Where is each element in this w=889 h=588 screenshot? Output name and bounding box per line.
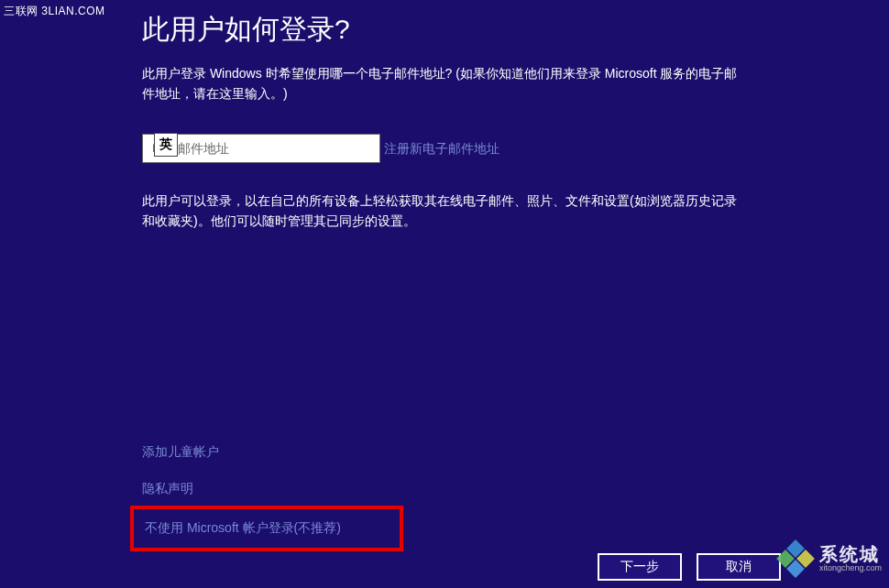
register-email-link[interactable]: 注册新电子邮件地址 [384, 141, 499, 158]
watermark-sub-text: xitongcheng.com [819, 564, 882, 573]
watermark-bottomright: 系统城 xitongcheng.com [777, 540, 882, 577]
no-microsoft-account-link[interactable]: 不使用 Microsoft 帐户登录(不推荐) [145, 520, 341, 537]
ime-indicator[interactable]: 英 [154, 133, 178, 157]
watermark-logo-icon [777, 540, 814, 577]
description-text: 此用户登录 Windows 时希望使用哪一个电子邮件地址? (如果你知道他们用来… [142, 63, 747, 104]
watermark-topleft: 三联网 3LIAN.COM [4, 4, 105, 19]
main-content: 此用户如何登录? 此用户登录 Windows 时希望使用哪一个电子邮件地址? (… [142, 11, 747, 232]
watermark-main-text: 系统城 [819, 544, 882, 564]
description2-text: 此用户可以登录，以在自己的所有设备上轻松获取其在线电子邮件、照片、文件和设置(如… [142, 191, 747, 232]
add-child-account-link[interactable]: 添加儿童帐户 [142, 444, 219, 461]
privacy-statement-link[interactable]: 隐私声明 [142, 481, 219, 497]
watermark-text: 系统城 xitongcheng.com [819, 544, 882, 573]
next-button[interactable]: 下一步 [598, 553, 682, 581]
email-field[interactable] [142, 134, 380, 163]
highlight-annotation: 不使用 Microsoft 帐户登录(不推荐) [130, 506, 403, 551]
page-title: 此用户如何登录? [142, 11, 747, 49]
cancel-button[interactable]: 取消 [697, 553, 781, 581]
button-bar: 下一步 取消 [598, 553, 781, 581]
